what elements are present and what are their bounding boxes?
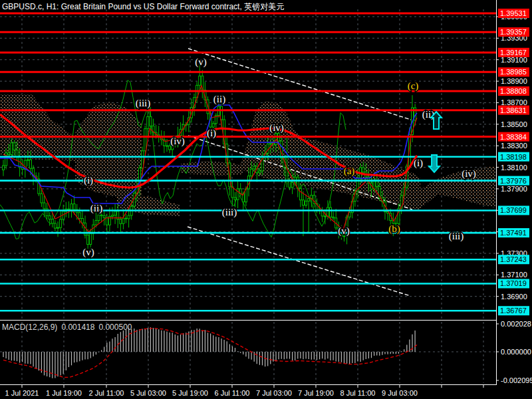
wave-label[interactable]: (i) bbox=[414, 158, 423, 169]
candle bbox=[166, 146, 168, 146]
price-tick-label: 1.38500 bbox=[501, 120, 527, 128]
time-tick-label: 9 Jul 03:00 bbox=[382, 389, 418, 397]
price-level-badge-label: 1.38198 bbox=[500, 153, 527, 161]
candle bbox=[303, 200, 305, 205]
candle bbox=[128, 215, 130, 219]
macd-main-value: 0.001418 bbox=[61, 323, 94, 332]
price-level-badge-label: 1.38384 bbox=[500, 133, 527, 141]
candle bbox=[95, 221, 97, 225]
candle bbox=[70, 204, 72, 210]
candle bbox=[308, 199, 310, 201]
candle bbox=[259, 171, 261, 173]
price-level-badge-label: 1.38985 bbox=[500, 68, 527, 76]
macd-scale-label: 0.002028 bbox=[501, 320, 531, 328]
wave-label[interactable]: (b) bbox=[388, 223, 400, 235]
candle bbox=[305, 201, 307, 205]
time-tick-label: 2 Jul 11:00 bbox=[88, 389, 124, 397]
macd-scale-label: 0.000000 bbox=[501, 348, 531, 356]
wave-label[interactable]: (iii) bbox=[222, 207, 237, 218]
candle bbox=[78, 213, 80, 219]
candle bbox=[30, 160, 32, 168]
price-level-badge-label: 1.39357 bbox=[500, 28, 527, 36]
wave-label[interactable]: (v) bbox=[338, 225, 350, 237]
wave-label[interactable]: (v) bbox=[82, 247, 94, 258]
time-tick-label: 1 Jul 19:00 bbox=[46, 389, 82, 397]
candle bbox=[11, 143, 13, 155]
wave-label[interactable]: (i) bbox=[207, 128, 216, 139]
candle bbox=[16, 150, 18, 157]
wave-label[interactable]: (i) bbox=[84, 175, 93, 186]
macd-scale-label: -0.002095 bbox=[501, 376, 532, 384]
candle bbox=[3, 166, 5, 170]
candle bbox=[299, 188, 301, 200]
wave-label[interactable]: (ii) bbox=[90, 203, 102, 214]
time-tick-label: 7 Jul 19:00 bbox=[298, 389, 334, 397]
wave-label[interactable]: (iv) bbox=[462, 168, 476, 180]
wave-label[interactable]: (iv) bbox=[170, 136, 185, 147]
candle bbox=[13, 143, 15, 150]
candle bbox=[87, 235, 89, 245]
wave-label[interactable]: (iii) bbox=[136, 98, 151, 109]
candle bbox=[251, 169, 253, 176]
wave-label[interactable]: (iv) bbox=[269, 122, 284, 134]
price-level-badge-label: 1.37976 bbox=[500, 177, 527, 185]
candle bbox=[289, 181, 291, 188]
candle bbox=[60, 219, 62, 227]
candle bbox=[54, 223, 56, 228]
candle bbox=[114, 211, 116, 215]
macd-signal-value: 0.000500 bbox=[98, 323, 132, 332]
candle bbox=[5, 153, 7, 166]
price-level-badge-label: 1.38808 bbox=[500, 87, 527, 95]
candle bbox=[212, 124, 214, 127]
wave-label[interactable]: (iii) bbox=[449, 231, 464, 242]
candle bbox=[73, 204, 75, 209]
price-level-badge-label: 1.38631 bbox=[500, 106, 527, 114]
time-tick-label: 5 Jul 03:00 bbox=[130, 389, 166, 397]
candle bbox=[147, 116, 149, 128]
chart-window: 1.395001.393001.391001.389001.387001.385… bbox=[0, 0, 532, 399]
candle bbox=[237, 189, 239, 200]
price-level-badge-label: 1.37243 bbox=[500, 255, 527, 263]
chart-title: GBPUSD.c, H1: Great Britain Pound vs US … bbox=[2, 1, 284, 13]
candle bbox=[327, 207, 329, 216]
chart-canvas[interactable]: 1.395001.393001.391001.389001.387001.385… bbox=[0, 0, 532, 399]
price-level-badge-label: 1.36767 bbox=[500, 307, 527, 315]
wave-label[interactable]: (ii) bbox=[422, 109, 434, 120]
macd-indicator-label: MACD(12,26,9)0.0014180.000500 bbox=[2, 323, 136, 332]
candle bbox=[103, 215, 105, 217]
candle bbox=[41, 194, 43, 203]
wave-label[interactable]: (a) bbox=[344, 166, 355, 177]
price-tick-label: 1.37900 bbox=[501, 185, 527, 193]
candle bbox=[100, 215, 102, 215]
candle bbox=[144, 129, 146, 151]
macd-name: MACD(12,26,9) bbox=[2, 323, 57, 332]
candle bbox=[112, 215, 114, 217]
price-axis: 1.395001.393001.391001.389001.387001.385… bbox=[496, 0, 532, 399]
candle bbox=[90, 233, 92, 244]
price-level-badge-label: 1.39531 bbox=[500, 9, 527, 17]
candle bbox=[376, 182, 378, 187]
time-tick-label: 8 Jul 11:00 bbox=[340, 389, 375, 397]
wave-label[interactable]: (c) bbox=[408, 80, 419, 92]
candle bbox=[169, 146, 171, 150]
candle bbox=[234, 198, 236, 200]
ichimoku-cloud-region bbox=[419, 166, 495, 209]
candle bbox=[106, 217, 108, 225]
trendline[interactable] bbox=[188, 227, 410, 296]
price-level-badge-label: 1.37019 bbox=[500, 279, 527, 287]
wave-label[interactable]: (v) bbox=[195, 57, 207, 68]
wave-label[interactable]: (ii) bbox=[213, 94, 225, 105]
price-tick-label: 1.36900 bbox=[501, 293, 527, 301]
time-tick-label: 7 Jul 03:00 bbox=[256, 389, 292, 397]
candle bbox=[269, 144, 271, 144]
time-tick-label: 6 Jul 11:00 bbox=[214, 389, 249, 397]
candle bbox=[142, 151, 144, 168]
candle bbox=[57, 227, 59, 228]
price-level-badge-label: 1.39167 bbox=[500, 49, 527, 57]
candle bbox=[98, 215, 100, 220]
candle bbox=[343, 236, 345, 237]
candle bbox=[330, 207, 332, 217]
time-axis: 1 Jul 20211 Jul 19:002 Jul 11:005 Jul 03… bbox=[0, 384, 497, 397]
price-level-badge-label: 1.37491 bbox=[500, 229, 527, 237]
candle bbox=[324, 216, 326, 217]
